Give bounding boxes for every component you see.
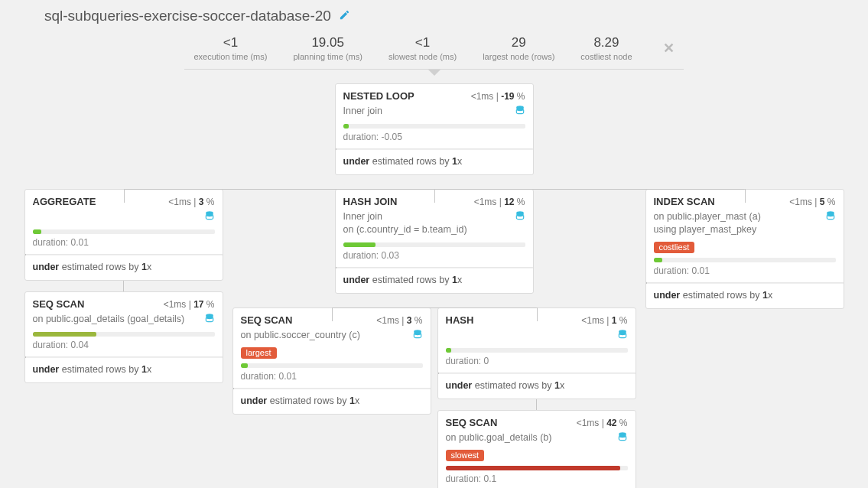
stat-costliest-node: 8.29 costliest node <box>580 35 632 61</box>
stats-bar: <1 execution time (ms) 19.05 planning ti… <box>184 32 683 70</box>
node-seqscan-soccer-country[interactable]: SEQ SCAN <1ms | 3 % on public.soccer_cou… <box>232 307 431 415</box>
node-hash[interactable]: HASH <1ms | 1 % duration: 0 <box>437 307 636 399</box>
stat-planning-time: 19.05 planning time (ms) <box>293 35 362 61</box>
node-aggregate[interactable]: AGGREGATE <1ms | 3 % duration: 0.01 <box>24 189 223 281</box>
node-metric: <1ms | -19 % <box>471 91 525 102</box>
close-icon[interactable]: ✕ <box>663 40 675 57</box>
stat-largest-node: 29 largest node (rows) <box>483 35 554 61</box>
database-icon[interactable] <box>412 329 423 342</box>
duration-bar <box>343 124 525 129</box>
node-nested-loop[interactable]: NESTED LOOP <1ms | -19 % Inner join dura… <box>335 83 534 175</box>
database-icon[interactable] <box>515 105 525 118</box>
node-title: NESTED LOOP <box>343 90 414 102</box>
database-icon[interactable] <box>204 313 215 326</box>
stat-execution-time: <1 execution time (ms) <box>193 35 267 61</box>
badge-slowest: slowest <box>446 450 485 461</box>
duration-text: duration: -0.05 <box>336 130 533 148</box>
node-seqscan-goal-details-b[interactable]: SEQ SCAN <1ms | 42 % on public.goal_deta… <box>437 410 636 488</box>
database-icon[interactable] <box>515 210 525 223</box>
node-index-scan[interactable]: INDEX SCAN <1ms | 5 % on public.player_m… <box>645 189 844 309</box>
database-icon[interactable] <box>825 210 836 223</box>
database-icon[interactable] <box>617 431 628 444</box>
node-hash-join[interactable]: HASH JOIN <1ms | 12 % Inner join on (c.c… <box>335 189 534 294</box>
page-title: sql-subqueries-exercise-soccer-database-… <box>44 8 331 24</box>
database-icon[interactable] <box>204 210 215 223</box>
edit-icon[interactable] <box>339 9 350 24</box>
badge-costliest: costliest <box>654 242 695 253</box>
node-subtitle: Inner join <box>343 105 509 118</box>
node-seqscan-goal-details[interactable]: SEQ SCAN <1ms | 17 % on public.goal_deta… <box>24 291 223 383</box>
stat-slowest-node: <1 slowest node (ms) <box>388 35 457 61</box>
database-icon[interactable] <box>617 329 628 342</box>
badge-largest: largest <box>241 347 277 359</box>
estimate-text: under estimated rows by 1x <box>336 150 533 174</box>
